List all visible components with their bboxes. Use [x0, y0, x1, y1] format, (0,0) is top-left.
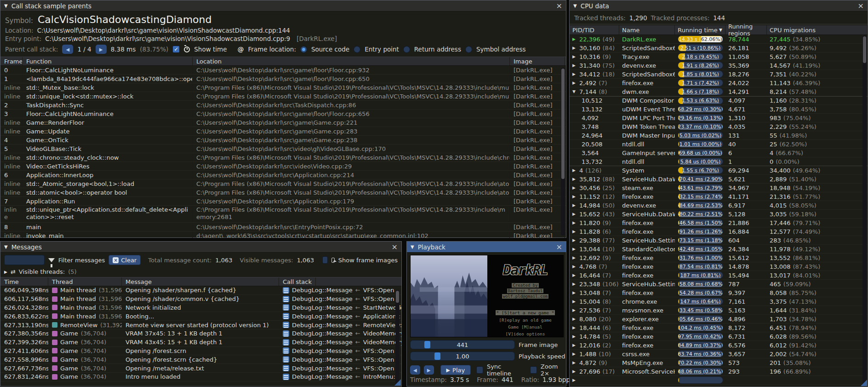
table-row[interactable]: inlineGame::RenderFloorC:\Users\wolf\Des… — [0, 118, 566, 127]
col-running-regions[interactable]: Running regions — [725, 25, 767, 35]
process-row[interactable]: ▶8,080(20)explorer.exe105.66 ms (0.46%)4… — [570, 315, 868, 323]
process-row[interactable]: 13,132uDWM Event Thread68.29 ms (0.30%)4… — [570, 105, 868, 114]
list-item[interactable]: 626,024,328nsMain thread(31,596)Network … — [0, 304, 401, 312]
process-row[interactable]: ▶13,044(10)StandardCollector.Service.exe… — [570, 245, 868, 254]
callstack-icon[interactable] — [283, 374, 289, 380]
table-row[interactable]: inlinestd::atomic<bool>::operator boolC:… — [0, 188, 566, 197]
process-row[interactable]: 24,964DWM Master Input Thread5.03 ms (0.… — [570, 131, 868, 140]
close-icon[interactable]: × — [556, 243, 562, 251]
collapse-icon[interactable]: ▼ — [4, 3, 8, 8]
expand-icon[interactable]: ▶ — [572, 273, 577, 277]
process-row[interactable]: ▶15,004(8)chrome.exe147 ms (0.64%)7,1613… — [570, 297, 868, 306]
table-row[interactable]: 3Floor::CalcLightNoLuminanceC:\Users\wol… — [0, 110, 566, 118]
process-row[interactable]: ▶27,536(7)msvsmon.exe133.45 ms (0.58%)5,… — [570, 306, 868, 315]
list-item[interactable]: 627,558,996nsGame(36,704)Opening /forest… — [0, 355, 401, 364]
process-row[interactable]: ▶15,652(43)ServiceHub.DataWarehouseHost.… — [570, 210, 868, 219]
list-item[interactable]: 626,833,622nsMain thread(31,596)Booting.… — [0, 312, 401, 321]
frame-location-radio-1[interactable] — [354, 46, 360, 53]
speed-slider[interactable]: 1.00 — [410, 352, 515, 361]
expand-icon[interactable]: ▶ — [572, 72, 577, 76]
collapse-icon[interactable]: ▼ — [573, 3, 577, 8]
expand-icon[interactable]: ▶ — [572, 229, 577, 234]
expand-icon[interactable]: ▶ — [572, 247, 577, 251]
callstack-table-header[interactable]: Frame Function Location Image — [0, 57, 566, 66]
sync-timeline-checkbox[interactable]: ✓ — [476, 366, 483, 374]
process-row[interactable]: ▶11,828(6)firefox.exe291.26 ms (1.26%)16… — [570, 227, 868, 236]
collapse-icon[interactable]: ▼ — [411, 244, 414, 249]
expand-icon[interactable]: ▶ — [572, 317, 577, 321]
process-row[interactable]: ▶12,692(9)firefox.exe231.76 ms (1.00%)15… — [570, 254, 868, 262]
expand-icon[interactable]: ▶ — [572, 282, 577, 286]
col-location[interactable]: Location — [193, 57, 510, 65]
expand-icon[interactable]: ▶ — [572, 212, 577, 216]
message-callstack[interactable]: DebugLog::Message←VFS::Open — [279, 295, 401, 302]
process-row[interactable]: ▶13,048(7)firefox.exe154.28 ms (0.67%)9,… — [570, 289, 868, 297]
process-row[interactable]: ▶12,016(2)firefox.exe84.89 ms (0.37%)6,5… — [570, 341, 868, 350]
message-callstack[interactable]: DebugLog::Message←RemoteView:: — [279, 322, 401, 329]
expand-icon[interactable]: ▶ — [572, 54, 577, 59]
col-image[interactable]: Image — [510, 57, 565, 65]
message-callstack[interactable]: DebugLog::Message←VFS::Open — [279, 347, 401, 354]
col-pid-tid[interactable]: PID/TID — [570, 25, 619, 35]
callstack-scrollbar[interactable] — [561, 68, 565, 236]
process-row[interactable]: ▶29,388(77)ServiceHub.SettingsHost.exe27… — [570, 236, 868, 245]
table-row[interactable]: inlinestd::unique_lock<std::mutex>::lock… — [0, 92, 566, 101]
expand-icon[interactable]: ▶ — [572, 63, 577, 68]
expand-icon[interactable]: ▶ — [572, 37, 577, 41]
process-row[interactable]: ▶4(126)System1.55 s (6.70%)69,29434,400(… — [570, 166, 868, 175]
table-row[interactable]: 2TaskDispatch::SyncC:\Users\wolf\Desktop… — [0, 101, 566, 110]
cpu-scrollbar[interactable] — [862, 35, 867, 385]
col-cpu-migrations[interactable]: CPU migrations — [767, 25, 868, 35]
table-row[interactable]: inlinestd::_Atomic_storage<bool,1>::load… — [0, 179, 566, 188]
close-icon[interactable]: × — [556, 2, 562, 10]
callstack-icon[interactable] — [283, 304, 289, 311]
process-row[interactable]: ▶11,152(12)firefox.exe632.15 ms (2.74%)4… — [570, 192, 868, 201]
process-row[interactable]: ▶23,348(106)ServiceHub.SettingsHost.exe1… — [570, 280, 868, 289]
expand-icon[interactable]: ▶ — [572, 194, 577, 199]
prev-callstack-button[interactable]: ◀ — [62, 45, 73, 54]
close-icon[interactable]: × — [392, 243, 398, 251]
resize-grip[interactable] — [861, 380, 867, 386]
expand-icon[interactable]: ▶ — [572, 203, 577, 208]
message-callstack[interactable]: DebugLog::Message←VideoMemory:: — [279, 330, 401, 337]
frame-location-radio-0[interactable] — [300, 46, 307, 53]
table-row[interactable]: inlinestd::unique_ptr<Application,std::d… — [0, 206, 566, 223]
expand-icon[interactable]: ▶ — [572, 264, 577, 269]
process-row[interactable]: ▶4,872(9)MsMpEng.exe70.22 ms (0.30%)5732… — [570, 358, 868, 367]
callstack-icon[interactable] — [283, 365, 289, 371]
callstack-icon[interactable] — [283, 313, 289, 319]
frame-location-radio-2[interactable] — [403, 46, 410, 53]
process-row[interactable]: ▶30,160(84)ScriptedSandbox64.exe2.51 s (… — [570, 44, 868, 52]
process-row[interactable]: 3,564GameInput server69.68 us (0.00%)64(… — [570, 149, 868, 157]
table-row[interactable]: inlineVideo::GetTicksHiResC:\Users\wolf\… — [0, 162, 566, 171]
threads-expand-icon[interactable]: ▶ — [4, 270, 7, 274]
expand-icon[interactable]: ▶ — [572, 352, 577, 356]
step-forward-button[interactable]: ▶ — [424, 365, 434, 375]
col-thread[interactable]: Thread — [48, 277, 122, 286]
callstack-icon[interactable] — [283, 287, 289, 294]
process-row[interactable]: ▶2,492(7)firefox.exe1.71 s (7.42%)24,022… — [570, 79, 868, 87]
table-row[interactable]: inlinestd::_Mutex_base::lockC:\Program F… — [0, 83, 566, 92]
message-callstack[interactable]: DebugLog::Message←VFS::Open — [279, 356, 401, 363]
list-item[interactable]: 627,380,356nsGame(36,704)VRAM 37x45: 13 … — [0, 329, 401, 338]
frame-slider-thumb[interactable] — [424, 341, 430, 348]
process-row[interactable]: 3,748DWM Token Thread23.37 ms (0.10%)4,0… — [570, 122, 868, 131]
process-row[interactable]: 20,508ntdll.dll1.01 ms (0.00%)4025(62.50… — [570, 140, 868, 149]
table-row[interactable]: inlineinvoke_maind:\agent\_work\63\s\src… — [0, 231, 566, 238]
expand-icon[interactable]: ▶ — [572, 185, 577, 190]
message-callstack[interactable]: DebugLog::Message←Application:: — [279, 313, 401, 320]
table-row[interactable]: 8mainC:\Users\wolf\Desktop\darkrl\src\En… — [0, 223, 566, 231]
col-callstack[interactable]: Call stack — [279, 277, 316, 286]
process-row[interactable]: ▶18,444(6)firefox.exe104.2 ms (0.45%)8,1… — [570, 323, 868, 332]
col-name[interactable]: Name — [619, 25, 675, 35]
message-callstack[interactable]: DebugLog::Message←StartNetwork — [279, 304, 401, 311]
list-item[interactable]: 627,831,246nsGame(36,704)Intro menu load… — [0, 373, 401, 381]
col-running-time[interactable]: Running time▼ — [675, 25, 725, 35]
step-back-button[interactable]: ◀ — [410, 365, 420, 375]
cpu-table-header[interactable]: PID/TID Name Running time▼ Running regio… — [570, 25, 868, 35]
expand-icon[interactable]: ▶ — [572, 308, 577, 312]
list-item[interactable]: 627,399,326nsGame(36,704)VRAM 43x45: 15 … — [0, 338, 401, 347]
list-item[interactable]: 606,117,568nsMain thread(31,596)Opening … — [0, 295, 401, 304]
process-row[interactable]: ▶11,820(9)firefox.exe346.58 ms (1.50%)21… — [570, 219, 868, 227]
next-callstack-button[interactable]: ▶ — [96, 45, 107, 54]
